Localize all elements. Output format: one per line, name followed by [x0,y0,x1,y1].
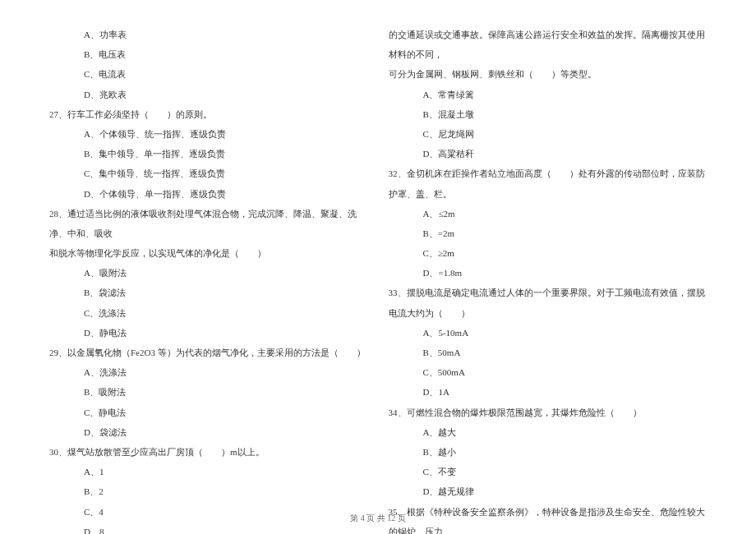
q31-option-b: B、混凝土墩 [389,104,708,124]
q33-option-b: B、50mA [389,343,708,362]
q34-option-b: B、越小 [389,442,708,462]
q30-option-b: B、2 [49,481,368,501]
q27-option-b: B、集中领导、单一指挥、逐级负责 [49,144,368,163]
q33-text: 33、摆脱电流是确定电流通过人体的一个重要界限。对于工频电流有效值，摆脱电流大约… [389,283,708,322]
q29-option-b: B、吸附法 [49,382,368,402]
q29-option-c: C、静电法 [49,403,368,422]
q32-text: 32、金切机床在距操作者站立地面高度（ ）处有外露的传动部位时，应装防护罩、盖、… [389,163,708,203]
q29-text: 29、以金属氧化物（Fe2O3 等）为代表的烟气净化，主要采用的方法是（ ） [49,343,368,362]
q28-option-a: A、吸附法 [49,263,368,283]
q28-text-line2: 和脱水等物理化学反应，以实现气体的净化是（ ） [49,243,368,263]
q31-option-c: C、尼龙绳网 [389,124,708,144]
q33-option-c: C、500mA [389,362,708,382]
q30-option-a: A、1 [49,462,368,481]
q34-option-a: A、越大 [389,422,708,442]
q34-text: 34、可燃性混合物的爆炸极限范围越宽，其爆炸危险性（ ） [389,403,708,422]
q27-option-c: C、集中领导、统一指挥、逐级负责 [49,163,368,183]
q32-option-c: C、≥2m [389,243,708,263]
q32-option-b: B、=2m [389,223,708,243]
q34-option-c: C、不变 [389,462,708,481]
q31-option-d: D、高粱秸秆 [389,144,708,163]
q28-option-d: D、静电法 [49,323,368,343]
right-column: 的交通延误或交通事故。保障高速公路运行安全和效益的发挥。隔离栅按其使用材料的不同… [389,25,708,501]
q33-option-a: A、5-10mA [389,323,708,343]
q27-option-a: A、个体领导、统一指挥、逐级负责 [49,124,368,144]
q26-option-a: A、功率表 [49,25,368,44]
q32-option-d: D、=1.8m [389,263,708,283]
q31-cont1: 的交通延误或交通事故。保障高速公路运行安全和效益的发挥。隔离栅按其使用材料的不同… [389,25,708,64]
q29-option-d: D、袋滤法 [49,422,368,442]
q33-option-d: D、1A [389,382,708,402]
q28-text-line1: 28、通过适当比例的液体吸收剂处理气体混合物，完成沉降、降温、聚凝、洗净、中和、… [49,204,368,243]
q27-option-d: D、个体领导、单一指挥、逐级负责 [49,184,368,204]
q34-option-d: D、越无规律 [389,481,708,501]
q30-text: 30、煤气站放散管至少应高出厂房顶（ ）m以上。 [49,442,368,462]
page-footer: 第 4 页 共 12 页 [0,513,756,524]
q28-option-c: C、洗涤法 [49,303,368,323]
q26-option-c: C、电流表 [49,64,368,84]
q31-option-a: A、常青绿篱 [389,85,708,104]
q28-option-b: B、袋滤法 [49,283,368,302]
q29-option-a: A、洗涤法 [49,362,368,382]
q32-option-a: A、≤2m [389,204,708,223]
q26-option-b: B、电压表 [49,44,368,64]
two-column-layout: A、功率表 B、电压表 C、电流表 D、兆欧表 27、行车工作必须坚持（ ）的原… [49,25,707,501]
q31-cont2: 可分为金属网、钢板网、刺铁丝和（ ）等类型。 [389,64,708,84]
q26-option-d: D、兆欧表 [49,85,368,104]
q27-text: 27、行车工作必须坚持（ ）的原则。 [49,104,368,124]
left-column: A、功率表 B、电压表 C、电流表 D、兆欧表 27、行车工作必须坚持（ ）的原… [49,25,368,501]
